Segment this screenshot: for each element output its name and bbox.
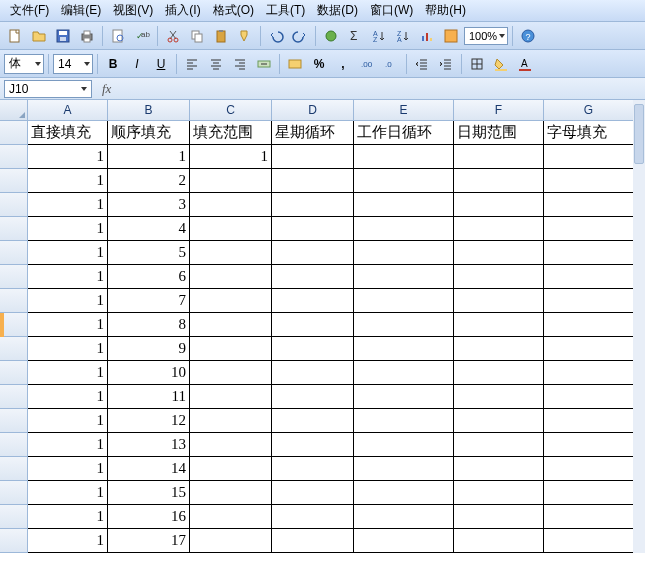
row-header[interactable] (0, 481, 28, 505)
save-icon[interactable] (52, 25, 74, 47)
cell[interactable] (354, 193, 454, 217)
cell[interactable]: 1 (28, 169, 108, 193)
borders-icon[interactable] (466, 53, 488, 75)
cell[interactable]: 星期循环 (272, 121, 354, 145)
menu-tools[interactable]: 工具(T) (260, 0, 311, 21)
currency-icon[interactable] (284, 53, 306, 75)
cell[interactable] (272, 457, 354, 481)
grid-rows[interactable]: 直接填充顺序填充填充范围星期循环工作日循环日期范围字母填充11112131415… (0, 121, 645, 553)
cell[interactable]: 字母填充 (544, 121, 634, 145)
cell[interactable] (544, 385, 634, 409)
cell[interactable] (454, 145, 544, 169)
cell[interactable] (354, 385, 454, 409)
underline-button[interactable]: U (150, 53, 172, 75)
cell[interactable]: 17 (108, 529, 190, 553)
cell[interactable]: 1 (28, 265, 108, 289)
cell[interactable] (272, 169, 354, 193)
cell[interactable] (354, 505, 454, 529)
cell[interactable]: 4 (108, 217, 190, 241)
cell[interactable] (190, 529, 272, 553)
cell[interactable] (454, 169, 544, 193)
cell[interactable]: 6 (108, 265, 190, 289)
font-name-combo[interactable]: 体 (4, 54, 44, 74)
cell[interactable]: 1 (108, 145, 190, 169)
cell[interactable]: 1 (28, 361, 108, 385)
cell[interactable] (544, 361, 634, 385)
cell[interactable] (272, 409, 354, 433)
merge-cells-icon[interactable] (253, 53, 275, 75)
cell[interactable] (272, 361, 354, 385)
cell[interactable]: 直接填充 (28, 121, 108, 145)
cell[interactable] (544, 313, 634, 337)
cell[interactable]: 1 (28, 529, 108, 553)
align-left-icon[interactable] (181, 53, 203, 75)
cell[interactable] (354, 529, 454, 553)
cell[interactable] (354, 289, 454, 313)
cell[interactable] (354, 433, 454, 457)
zoom-combo[interactable]: 100% (464, 27, 508, 45)
row-header[interactable] (0, 409, 28, 433)
cell[interactable] (190, 409, 272, 433)
cell[interactable] (354, 457, 454, 481)
cell[interactable] (190, 337, 272, 361)
row-header[interactable] (0, 433, 28, 457)
cell[interactable]: 1 (28, 145, 108, 169)
paste-icon[interactable] (210, 25, 232, 47)
cell[interactable] (272, 385, 354, 409)
cell[interactable] (544, 409, 634, 433)
cell[interactable] (190, 433, 272, 457)
cell[interactable]: 1 (28, 457, 108, 481)
cell[interactable]: 1 (28, 241, 108, 265)
column-header-G[interactable]: G (544, 100, 634, 120)
cell[interactable] (354, 169, 454, 193)
cell[interactable] (454, 193, 544, 217)
increase-decimal-icon[interactable]: .00 (356, 53, 378, 75)
cut-icon[interactable] (162, 25, 184, 47)
cell[interactable]: 14 (108, 457, 190, 481)
hyperlink-icon[interactable] (320, 25, 342, 47)
row-header[interactable] (0, 385, 28, 409)
font-size-combo[interactable]: 14 (53, 54, 93, 74)
column-header-C[interactable]: C (190, 100, 272, 120)
cell[interactable] (190, 385, 272, 409)
align-right-icon[interactable] (229, 53, 251, 75)
menu-view[interactable]: 视图(V) (107, 0, 159, 21)
decrease-decimal-icon[interactable]: .0 (380, 53, 402, 75)
name-box[interactable]: J10 (4, 80, 92, 98)
cell[interactable] (354, 313, 454, 337)
column-header-D[interactable]: D (272, 100, 354, 120)
cell[interactable] (454, 529, 544, 553)
print-preview-icon[interactable] (107, 25, 129, 47)
cell[interactable] (272, 433, 354, 457)
cell[interactable] (544, 265, 634, 289)
cell[interactable] (454, 289, 544, 313)
cell[interactable]: 12 (108, 409, 190, 433)
row-header[interactable] (0, 529, 28, 553)
row-header[interactable] (0, 337, 28, 361)
cell[interactable]: 16 (108, 505, 190, 529)
cell[interactable] (190, 241, 272, 265)
cell[interactable] (454, 361, 544, 385)
cell[interactable]: 工作日循环 (354, 121, 454, 145)
cell[interactable]: 8 (108, 313, 190, 337)
font-color-icon[interactable]: A (514, 53, 536, 75)
column-header-A[interactable]: A (28, 100, 108, 120)
decrease-indent-icon[interactable] (411, 53, 433, 75)
cell[interactable] (354, 145, 454, 169)
row-header[interactable] (0, 241, 28, 265)
cell[interactable] (454, 433, 544, 457)
cell[interactable] (544, 217, 634, 241)
menu-data[interactable]: 数据(D) (311, 0, 364, 21)
cell[interactable] (544, 433, 634, 457)
cell[interactable] (544, 481, 634, 505)
menu-file[interactable]: 文件(F) (4, 0, 55, 21)
cell[interactable] (354, 409, 454, 433)
italic-button[interactable]: I (126, 53, 148, 75)
cell[interactable]: 1 (28, 337, 108, 361)
cell[interactable] (544, 145, 634, 169)
cell[interactable] (454, 505, 544, 529)
scrollbar-thumb[interactable] (634, 104, 644, 164)
print-icon[interactable] (76, 25, 98, 47)
cell[interactable] (544, 169, 634, 193)
cell[interactable] (272, 289, 354, 313)
